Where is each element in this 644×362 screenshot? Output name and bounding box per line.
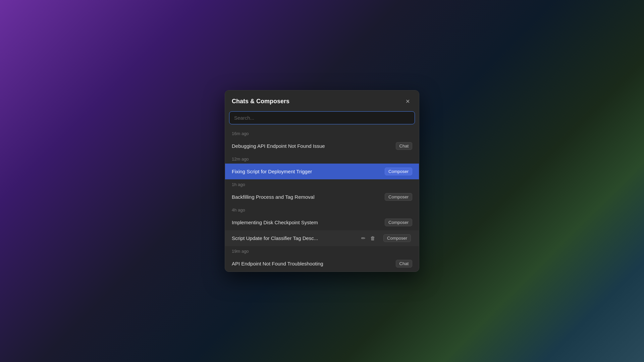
- delete-icon[interactable]: 🗑: [370, 235, 376, 242]
- badge-composer: Composer: [385, 193, 412, 201]
- list-item[interactable]: Script Update for Classifier Tag Desc...…: [225, 230, 419, 246]
- list-container[interactable]: 16m ago Debugging API Endpoint Not Found…: [225, 128, 419, 272]
- item-title: Script Update for Classifier Tag Desc...: [232, 235, 361, 241]
- time-label-1h: 1h ago: [225, 179, 419, 189]
- list-item[interactable]: Fixing Script for Deployment Trigger Com…: [225, 164, 419, 179]
- badge-composer: Composer: [385, 219, 412, 226]
- badge-composer: Composer: [383, 234, 411, 242]
- badge-chat: Chat: [396, 260, 412, 267]
- search-input[interactable]: [229, 111, 415, 124]
- item-title: Fixing Script for Deployment Trigger: [232, 169, 381, 174]
- item-title: Implementing Disk Checkpoint System: [232, 220, 381, 225]
- time-label-4h: 4h ago: [225, 205, 419, 215]
- close-button[interactable]: ✕: [403, 97, 412, 106]
- modal-overlay: Chats & Composers ✕ 16m ago Debugging AP…: [0, 0, 644, 362]
- edit-icon[interactable]: ✏: [361, 235, 366, 242]
- item-title: Debugging API Endpoint Not Found Issue: [232, 143, 392, 149]
- edit-actions: ✏ 🗑 Composer: [361, 234, 411, 242]
- badge-chat: Chat: [396, 142, 412, 150]
- modal-title: Chats & Composers: [232, 98, 289, 105]
- item-title: Backfilling Process and Tag Removal: [232, 194, 381, 200]
- badge-composer: Composer: [385, 168, 412, 175]
- modal-header: Chats & Composers ✕: [225, 90, 419, 111]
- time-label-19m: 19m ago: [225, 246, 419, 256]
- chats-composers-modal: Chats & Composers ✕ 16m ago Debugging AP…: [225, 90, 419, 272]
- item-title: API Endpoint Not Found Troubleshooting: [232, 261, 392, 266]
- time-label-12m: 12m ago: [225, 154, 419, 164]
- list-item[interactable]: Debugging API Endpoint Not Found Issue C…: [225, 138, 419, 154]
- list-item[interactable]: Implementing Disk Checkpoint System Comp…: [225, 215, 419, 230]
- list-item[interactable]: API Endpoint Not Found Troubleshooting C…: [225, 256, 419, 272]
- time-label-16m: 16m ago: [225, 128, 419, 138]
- list-item[interactable]: Backfilling Process and Tag Removal Comp…: [225, 189, 419, 205]
- search-container: [225, 111, 419, 128]
